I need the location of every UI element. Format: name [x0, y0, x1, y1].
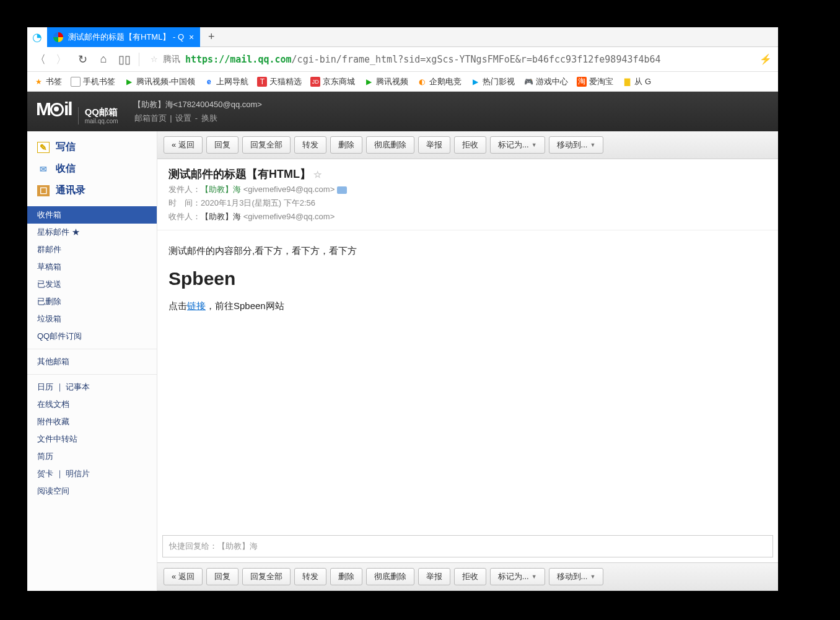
chevron-down-icon: ▼ [590, 142, 595, 148]
delete-button[interactable]: 删除 [330, 136, 362, 154]
contacts-button[interactable]: ☐通讯录 [27, 180, 157, 201]
bookmark-item[interactable]: ▶热门影视 [470, 76, 515, 87]
tool-attachments[interactable]: 附件收藏 [27, 413, 157, 430]
folder-spam[interactable]: 垃圾箱 [27, 310, 157, 328]
url-text: https://mail.qq.com/cgi-bin/frame_html?s… [185, 54, 661, 65]
tool-cards[interactable]: 贺卡 ｜ 明信片 [27, 465, 157, 482]
report-button[interactable]: 举报 [418, 136, 450, 154]
reject-button[interactable]: 拒收 [454, 568, 486, 585]
tab-favicon-icon [53, 32, 63, 42]
bookmark-item[interactable]: 🎮游戏中心 [523, 76, 568, 87]
body-paragraph: 点击链接，前往Spbeen网站 [168, 300, 767, 312]
content-pane: « 返回 回复 回复全部 转发 删除 彻底删除 举报 拒收 标记为...▼ 移动… [157, 131, 778, 591]
folder-starred[interactable]: 星标邮件 ★ [27, 224, 157, 241]
bookmark-item[interactable]: JD京东商城 [310, 76, 355, 87]
new-tab-button[interactable]: + [200, 30, 222, 43]
qqmail-logo[interactable]: Mil QQ邮箱mail.qq.com [36, 98, 118, 124]
bookmark-item[interactable]: 淘爱淘宝 [577, 76, 613, 87]
reply-all-button[interactable]: 回复全部 [242, 568, 291, 585]
mail-meta: 测试邮件的标题【有HTML】☆ 发件人：【助教】海 <givemefive94@… [157, 159, 778, 230]
purge-button[interactable]: 彻底删除 [366, 568, 414, 585]
chevron-down-icon: ▼ [532, 574, 537, 580]
folder-inbox[interactable]: 收件箱 [27, 206, 157, 224]
tool-calendar[interactable]: 日历 ｜ 记事本 [27, 378, 157, 396]
bookmark-root[interactable]: ★书签 [33, 76, 62, 87]
bookmark-item[interactable]: T天猫精选 [257, 76, 302, 87]
tool-resume[interactable]: 简历 [27, 448, 157, 465]
bookmark-item[interactable]: ▶腾讯视频-中国领 [124, 76, 195, 87]
nav-settings[interactable]: 设置 [174, 113, 193, 123]
tool-docs[interactable]: 在线文档 [27, 396, 157, 413]
mail-time: 2020年1月3日(星期五) 下午2:56 [201, 198, 315, 207]
move-to-button[interactable]: 移动到...▼ [549, 568, 604, 585]
move-to-button[interactable]: 移动到...▼ [549, 136, 604, 154]
bookmark-item[interactable]: e上网导航 [204, 76, 248, 87]
folder-drafts[interactable]: 草稿箱 [27, 258, 157, 276]
body-heading: Spbeen [168, 268, 767, 289]
mail-header: Mil QQ邮箱mail.qq.com 【助教】海<1782400450@qq.… [27, 92, 778, 131]
reply-button[interactable]: 回复 [206, 136, 238, 154]
mail-subject: 测试邮件的标题【有HTML】☆ [168, 167, 767, 181]
browser-tab[interactable]: 测试邮件的标题【有HTML】 - Q × [47, 27, 200, 47]
receive-button[interactable]: ✉收信 [27, 158, 157, 180]
delete-button[interactable]: 删除 [330, 568, 362, 585]
folder-deleted[interactable]: 已删除 [27, 293, 157, 310]
nav-home[interactable]: 邮箱首页 [133, 113, 168, 123]
reload-icon[interactable]: ↻ [76, 53, 89, 66]
sidebar: ✎写信 ✉收信 ☐通讯录 收件箱 星标邮件 ★ 群邮件 草稿箱 已发送 已删除 … [27, 131, 157, 591]
bookmarks-bar: ★书签 手机书签 ▶腾讯视频-中国领 e上网导航 T天猫精选 JD京东商城 ▶腾… [27, 72, 778, 92]
bolt-icon[interactable]: ⚡ [759, 53, 772, 65]
browser-nav-bar: 〈 〉 ↻ ⌂ ▯▯ ☆ 腾讯 https://mail.qq.com/cgi-… [27, 47, 778, 72]
logo-text: Mil [36, 98, 72, 120]
qq-browser-icon: ◔ [27, 27, 47, 47]
recipient-name[interactable]: 【助教】海 [201, 212, 241, 221]
back-icon[interactable]: 〈 [33, 53, 47, 66]
reader-icon[interactable]: ▯▯ [118, 53, 131, 66]
body-paragraph: 测试邮件的内容部分,看下方，看下方，看下方 [168, 245, 767, 257]
mail-toolbar-bottom: « 返回 回复 回复全部 转发 删除 彻底删除 举报 拒收 标记为...▼ 移动… [157, 562, 778, 591]
compose-button[interactable]: ✎写信 [27, 136, 157, 158]
forward-button[interactable]: 转发 [294, 568, 326, 585]
site-brand: 腾讯 [163, 54, 180, 65]
mail-body: 测试邮件的内容部分,看下方，看下方，看下方 Spbeen 点击链接，前往Spbe… [157, 230, 778, 530]
forward-icon: 〉 [55, 53, 68, 66]
home-icon[interactable]: ⌂ [97, 53, 110, 66]
back-button[interactable]: « 返回 [164, 136, 203, 154]
reply-all-button[interactable]: 回复全部 [242, 136, 291, 154]
folder-sent[interactable]: 已发送 [27, 276, 157, 293]
account-name: 【助教】海<1782400450@qq.com> [133, 99, 262, 110]
tool-reading[interactable]: 阅读空间 [27, 482, 157, 500]
vcard-icon[interactable] [337, 186, 347, 194]
folder-group[interactable]: 群邮件 [27, 241, 157, 258]
forward-button[interactable]: 转发 [294, 136, 326, 154]
other-mailboxes[interactable]: 其他邮箱 [27, 353, 157, 370]
folder-subscribe[interactable]: QQ邮件订阅 [27, 328, 157, 345]
address-bar[interactable]: ☆ 腾讯 https://mail.qq.com/cgi-bin/frame_h… [147, 54, 752, 65]
star-icon[interactable]: ☆ [313, 169, 322, 180]
mark-as-button[interactable]: 标记为...▼ [490, 568, 545, 585]
account-info: 【助教】海<1782400450@qq.com> 邮箱首页 | 设置 - 换肤 [133, 99, 262, 124]
bookmark-star-icon[interactable]: ☆ [151, 55, 158, 64]
browser-tab-bar: ◔ 测试邮件的标题【有HTML】 - Q × + [27, 27, 778, 47]
tool-file-transfer[interactable]: 文件中转站 [27, 430, 157, 448]
mail-toolbar-top: « 返回 回复 回复全部 转发 删除 彻底删除 举报 拒收 标记为...▼ 移动… [157, 131, 778, 159]
sender-name[interactable]: 【助教】海 [201, 185, 241, 194]
chevron-down-icon: ▼ [532, 142, 537, 148]
bookmark-item[interactable]: ▶腾讯视频 [364, 76, 408, 87]
nav-skin[interactable]: 换肤 [200, 113, 219, 123]
quick-reply-input[interactable]: 快捷回复给：【助教】海 [162, 535, 773, 557]
back-button[interactable]: « 返回 [164, 568, 203, 585]
bookmark-item[interactable]: ◐企鹅电竞 [417, 76, 462, 87]
purge-button[interactable]: 彻底删除 [366, 136, 414, 154]
reply-button[interactable]: 回复 [206, 568, 238, 585]
bookmark-item[interactable]: 手机书签 [71, 76, 115, 87]
body-link[interactable]: 链接 [187, 300, 206, 311]
tab-title: 测试邮件的标题【有HTML】 - Q [68, 32, 184, 43]
report-button[interactable]: 举报 [418, 568, 450, 585]
mark-as-button[interactable]: 标记为...▼ [490, 136, 545, 154]
bookmark-folder[interactable]: ▇从 G [622, 76, 651, 87]
tab-close-icon[interactable]: × [189, 32, 194, 42]
reject-button[interactable]: 拒收 [454, 136, 486, 154]
chevron-down-icon: ▼ [590, 574, 595, 580]
